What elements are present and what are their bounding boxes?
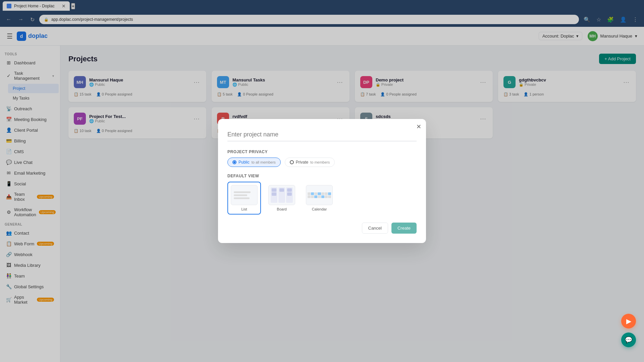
cancel-button[interactable]: Cancel [362, 223, 388, 234]
board-view-label: Board [277, 207, 286, 211]
fab-orange-btn[interactable]: ▶ [621, 314, 636, 328]
cal-c5 [321, 192, 324, 195]
board-view-visual [269, 185, 295, 205]
privacy-public-sub: to all members [252, 160, 276, 164]
cal-c12 [321, 195, 324, 198]
cal-c9 [311, 195, 314, 198]
privacy-option-private[interactable]: Private to members [285, 158, 335, 167]
privacy-options: Public to all members Private to members [227, 158, 417, 167]
board-col-3 [286, 187, 293, 203]
board-card-4 [287, 188, 292, 192]
cal-c3 [314, 192, 317, 195]
modal-overlay[interactable]: ✕ Project Privacy Public to all members … [0, 0, 644, 362]
list-line-1 [234, 191, 251, 193]
fab-teal-icon: 💬 [625, 336, 632, 344]
board-col-2 [278, 187, 285, 203]
privacy-section-label: Project Privacy [227, 149, 417, 154]
cal-c7 [328, 192, 331, 195]
radio-public-icon [232, 160, 236, 164]
board-card-3 [279, 188, 284, 192]
fab-orange-icon: ▶ [626, 317, 631, 325]
fab-teal-btn[interactable]: 💬 [621, 333, 636, 347]
board-card-1 [272, 188, 276, 192]
modal-close-btn[interactable]: ✕ [416, 123, 421, 130]
calendar-view-label: Calendar [312, 207, 327, 211]
list-line-2 [234, 194, 247, 196]
cal-c2 [311, 192, 314, 195]
privacy-option-public[interactable]: Public to all members [227, 158, 281, 167]
board-col-1 [271, 187, 277, 203]
create-button[interactable]: Create [391, 223, 417, 234]
view-options: List [227, 182, 417, 215]
cal-c14 [328, 195, 331, 198]
cal-c13 [325, 195, 328, 198]
default-view-section-label: Default View [227, 174, 417, 178]
cal-c11 [318, 195, 321, 198]
board-card-2 [272, 192, 276, 196]
privacy-public-label: Public [238, 160, 250, 165]
modal-footer: Cancel Create [227, 223, 417, 234]
radio-private-icon [290, 160, 294, 164]
privacy-private-label: Private [296, 160, 308, 165]
privacy-private-sub: to members [310, 160, 330, 164]
view-option-calendar[interactable]: Calendar [303, 182, 336, 215]
list-view-visual [231, 189, 257, 202]
view-option-list[interactable]: List [227, 182, 261, 215]
board-view-icon-box [268, 185, 295, 205]
create-project-modal: ✕ Project Privacy Public to all members … [218, 119, 426, 243]
calendar-view-icon-box [306, 185, 333, 205]
cal-c8 [308, 195, 311, 198]
cal-c10 [314, 195, 317, 198]
view-option-board[interactable]: Board [265, 182, 299, 215]
list-line-3 [234, 197, 250, 199]
cal-c6 [325, 192, 328, 195]
project-name-input[interactable] [227, 128, 417, 141]
cal-c1 [308, 192, 311, 195]
cal-view-visual [306, 191, 332, 199]
list-view-icon-box [231, 185, 258, 205]
board-card-5 [287, 192, 292, 196]
list-view-label: List [241, 207, 247, 211]
cal-c4 [318, 192, 321, 195]
